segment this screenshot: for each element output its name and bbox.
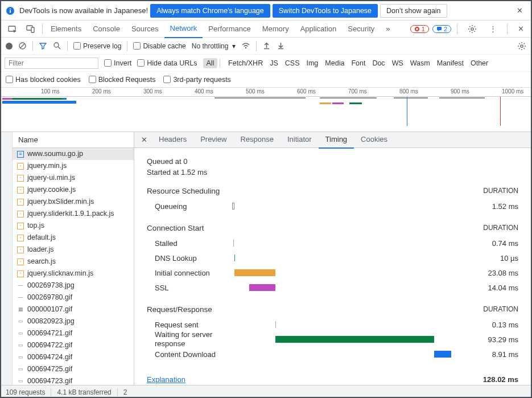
- kebab-icon[interactable]: ⋮: [485, 24, 501, 33]
- svg-point-21: [245, 47, 246, 48]
- disable-cache-checkbox[interactable]: Disable cache: [133, 42, 185, 50]
- request-row[interactable]: ▭000694724.gif: [13, 351, 134, 363]
- filter-icon[interactable]: [39, 42, 47, 50]
- third-party-checkbox[interactable]: 3rd-party requests: [163, 76, 230, 84]
- type-filter-all[interactable]: All: [203, 58, 218, 68]
- svg-point-2: [10, 8, 11, 9]
- request-row[interactable]: —000269738.jpg: [13, 280, 134, 292]
- request-row[interactable]: ≡www.soumu.go.jp: [13, 148, 134, 160]
- throttling-select[interactable]: No throttling ▾: [192, 42, 236, 50]
- wifi-icon[interactable]: [241, 42, 250, 51]
- type-filter-js[interactable]: JS: [266, 58, 282, 68]
- close-detail-icon[interactable]: ✕: [137, 136, 152, 144]
- detail-tab-response[interactable]: Response: [233, 132, 281, 149]
- request-row[interactable]: ▭000694722.gif: [13, 339, 134, 351]
- device-icon[interactable]: [22, 24, 40, 34]
- tab-performance[interactable]: Performance: [203, 20, 256, 38]
- svg-rect-7: [437, 27, 442, 30]
- close-banner-icon[interactable]: ✕: [513, 6, 526, 15]
- detail-tab-headers[interactable]: Headers: [152, 132, 193, 149]
- dont-show-button[interactable]: Don't show again: [380, 4, 447, 18]
- request-row[interactable]: ▭000694721.gif: [13, 327, 134, 339]
- invert-checkbox[interactable]: Invert: [104, 59, 131, 67]
- always-match-button[interactable]: Always match Chrome's language: [150, 4, 270, 18]
- type-filter-ws[interactable]: WS: [389, 58, 407, 68]
- tab-more[interactable]: »: [380, 20, 395, 38]
- type-filter-img[interactable]: Img: [303, 58, 321, 68]
- info-icon: [6, 6, 15, 15]
- svg-point-19: [54, 43, 59, 47]
- queued-text: Queued at 0: [147, 157, 518, 166]
- request-row[interactable]: ▭000820923.jpg: [13, 315, 134, 327]
- image-icon: ▭: [17, 354, 24, 361]
- blocked-cookies-checkbox[interactable]: Has blocked cookies: [6, 76, 81, 84]
- name-column-header[interactable]: Name: [13, 132, 134, 148]
- upload-icon[interactable]: [262, 42, 271, 50]
- detail-tab-cookies[interactable]: Cookies: [354, 132, 394, 149]
- type-filter-media[interactable]: Media: [321, 58, 348, 68]
- timing-value: 0.13 ms: [473, 321, 518, 329]
- timing-bar: [275, 321, 276, 328]
- tab-sources[interactable]: Sources: [126, 20, 164, 38]
- request-row[interactable]: ▦000000107.gif: [13, 303, 134, 315]
- section-title: Request/Response: [147, 305, 212, 314]
- filter-input[interactable]: [5, 58, 98, 69]
- tab-network[interactable]: Network: [164, 20, 203, 38]
- request-row[interactable]: ▫loader.js: [13, 244, 134, 256]
- timing-section: Request/ResponseDURATIONRequest sent0.13…: [147, 305, 518, 362]
- detail-tab-timing[interactable]: Timing: [319, 132, 354, 149]
- close-devtools-icon[interactable]: ✕: [513, 24, 529, 33]
- switch-japanese-button[interactable]: Switch DevTools to Japanese: [273, 4, 378, 18]
- blocked-requests-checkbox[interactable]: Blocked Requests: [89, 76, 156, 84]
- request-row[interactable]: ▫search.js: [13, 256, 134, 268]
- request-row[interactable]: ▫jquery-ui.min.js: [13, 172, 134, 184]
- request-name: jquery.bxSlider.min.js: [27, 196, 94, 208]
- download-icon[interactable]: [277, 42, 285, 50]
- request-row[interactable]: —000269780.gif: [13, 292, 134, 303]
- total-time: 128.02 ms: [483, 375, 518, 384]
- explanation-link[interactable]: Explanation: [147, 375, 185, 384]
- detail-tab-preview[interactable]: Preview: [193, 132, 233, 149]
- type-filter-other[interactable]: Other: [467, 58, 492, 68]
- tab-elements[interactable]: Elements: [45, 20, 87, 38]
- hide-data-urls-checkbox[interactable]: Hide data URLs: [137, 59, 197, 67]
- tab-console[interactable]: Console: [87, 20, 126, 38]
- request-name: 000269738.jpg: [27, 280, 75, 292]
- type-filter-font[interactable]: Font: [348, 58, 369, 68]
- type-filter-wasm[interactable]: Wasm: [407, 58, 434, 68]
- message-badge[interactable]: 2: [432, 25, 451, 33]
- detail-tab-initiator[interactable]: Initiator: [281, 132, 319, 149]
- type-filter-manifest[interactable]: Manifest: [434, 58, 467, 68]
- request-name: search.js: [27, 256, 56, 268]
- timing-body: Queued at 0 Started at 1.52 ms Resource …: [134, 148, 531, 385]
- tab-application[interactable]: Application: [295, 20, 343, 38]
- preserve-log-checkbox[interactable]: Preserve log: [73, 42, 121, 50]
- request-row[interactable]: ▫jquery.slicknav.min.js: [13, 268, 134, 280]
- svg-line-18: [20, 44, 25, 48]
- clear-icon[interactable]: [18, 42, 27, 50]
- settings-icon[interactable]: [463, 24, 481, 34]
- settings-gear-icon[interactable]: [517, 42, 526, 51]
- request-row[interactable]: ▫top.js: [13, 220, 134, 232]
- tab-security[interactable]: Security: [342, 20, 380, 38]
- request-row[interactable]: ▭000694723.gif: [13, 375, 134, 385]
- type-filter-doc[interactable]: Doc: [369, 58, 388, 68]
- type-filter-fetch-xhr[interactable]: Fetch/XHR: [225, 58, 266, 68]
- error-badge[interactable]: 1: [410, 25, 429, 33]
- timing-bar: [275, 336, 434, 343]
- request-row[interactable]: ▫jquery.cookie.js: [13, 184, 134, 196]
- request-row[interactable]: ▫jquery.sliderkit.1.9.1.pack.js: [13, 208, 134, 220]
- inspect-icon[interactable]: [3, 24, 22, 34]
- timing-value: 1.52 ms: [473, 202, 518, 211]
- request-row[interactable]: ▫jquery.min.js: [13, 160, 134, 172]
- timeline-overview[interactable]: [1, 97, 531, 132]
- filter-row: Invert Hide data URLs All Fetch/XHRJSCSS…: [1, 55, 531, 72]
- request-row[interactable]: ▭000694725.gif: [13, 363, 134, 375]
- request-row[interactable]: ▫default.js: [13, 232, 134, 244]
- tab-memory[interactable]: Memory: [257, 20, 295, 38]
- search-icon[interactable]: [53, 42, 61, 50]
- type-filter-css[interactable]: CSS: [282, 58, 303, 68]
- record-icon[interactable]: [6, 43, 13, 50]
- request-name: 000269780.gif: [27, 292, 72, 303]
- request-row[interactable]: ▫jquery.bxSlider.min.js: [13, 196, 134, 208]
